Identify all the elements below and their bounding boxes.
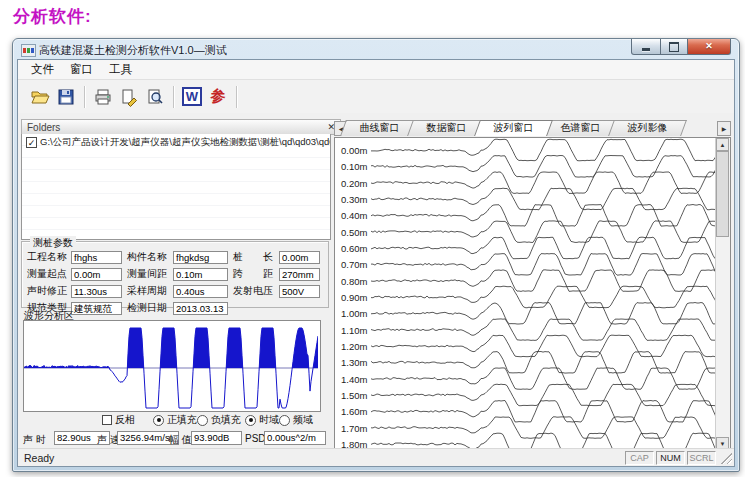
pile-params-grid: 工程名称fhghs构件名称fhgkdsg桩 长0.00m测量起点0.00m测量间…: [22, 242, 328, 315]
export-button[interactable]: [116, 84, 142, 110]
reference-icon: 参: [211, 87, 226, 106]
param-label-r2c0: 声时修正: [27, 284, 71, 298]
depth-label-17: 1.70m: [341, 423, 371, 434]
print-preview-icon: [145, 87, 165, 107]
menu-item-0[interactable]: 文件: [23, 60, 62, 79]
param-field-r2c2[interactable]: 500V: [279, 285, 320, 298]
readout-field-3[interactable]: 0.00us^2/m: [264, 431, 326, 445]
folders-tree: ✓ G:\公司产品设计开发\超声仪器\超声仪实地检测数据\测桩\qd\qd03\…: [21, 134, 331, 240]
freq-domain-radio[interactable]: 频域: [279, 413, 313, 427]
minimize-button[interactable]: [631, 39, 661, 55]
tab-scroll-right-button[interactable]: ▶: [717, 121, 731, 136]
arrow-right-icon: ▶: [722, 125, 727, 132]
window-title: 高铁建混凝土检测分析软件V1.0—测试: [39, 43, 227, 58]
tab-1[interactable]: 数据窗口: [410, 120, 483, 136]
param-label-r1c1: 测量间距: [127, 267, 173, 281]
toolbar-separator: [236, 86, 237, 108]
depth-label-5: 0.50m: [341, 227, 371, 238]
readout-field-2[interactable]: 93.90dB: [191, 431, 242, 445]
fill-positive-radio[interactable]: 正填充: [153, 413, 197, 427]
depth-label-11: 1.10m: [341, 325, 371, 336]
fill-negative-radio[interactable]: 负填充: [197, 413, 241, 427]
param-label-r2c1: 采样周期: [127, 284, 173, 298]
param-field-r1c0[interactable]: 0.00m: [71, 268, 122, 281]
param-field-r3c1[interactable]: 2013.03.13: [173, 302, 228, 315]
depth-label-1: 0.10m: [341, 161, 371, 172]
param-label-r1c0: 测量起点: [27, 267, 71, 281]
waveform-plot-svg: [24, 321, 318, 409]
status-indicator-cap: CAP: [625, 451, 654, 465]
readout-label-3: PSD: [245, 433, 266, 444]
depth-label-15: 1.50m: [341, 390, 371, 401]
param-field-r2c0[interactable]: 11.30us: [71, 285, 122, 298]
app-window: 高铁建混凝土检测分析软件V1.0—测试 ✕ 文件窗口工具: [12, 38, 740, 472]
menubar: 文件窗口工具: [18, 60, 734, 80]
titlebar[interactable]: 高铁建混凝土检测分析软件V1.0—测试 ✕: [13, 39, 739, 59]
tab-3[interactable]: 色谱窗口: [544, 120, 617, 136]
scroll-up-icon: ▲: [720, 142, 726, 148]
readout-label-0: 声 时: [23, 433, 46, 447]
depth-label-2: 0.20m: [341, 178, 371, 189]
menu-item-1[interactable]: 窗口: [62, 60, 101, 79]
status-indicator-num: NUM: [656, 451, 685, 465]
save-icon: [56, 87, 76, 107]
word-report-button[interactable]: W: [179, 84, 205, 110]
reference-button[interactable]: 参: [205, 84, 231, 110]
folder-path-label: G:\公司产品设计开发\超声仪器\超声仪实地检测数据\测桩\qd\qd03\qd…: [40, 136, 331, 149]
close-icon: ✕: [705, 40, 713, 53]
open-folder-button[interactable]: [27, 84, 53, 110]
waveform-options-row: 反相 正填充负填充时域频域: [21, 413, 331, 426]
radio-label: 正填充: [167, 413, 197, 427]
save-button[interactable]: [53, 84, 79, 110]
param-field-r3c0[interactable]: 建筑规范: [71, 302, 122, 315]
pile-params-groupbox: 测桩参数 工程名称fhghs构件名称fhgkdsg桩 长0.00m测量起点0.0…: [21, 241, 329, 308]
print-preview-button[interactable]: [142, 84, 168, 110]
param-field-r1c1[interactable]: 0.10m: [173, 268, 228, 281]
tab-label-2: 波列窗口: [477, 120, 550, 136]
tab-4[interactable]: 波列影像: [611, 120, 684, 136]
param-label-r0c1: 构件名称: [127, 250, 173, 264]
minimize-icon: [642, 48, 650, 51]
resize-grip[interactable]: [719, 451, 732, 464]
scroll-up-button[interactable]: ▲: [716, 138, 729, 151]
depth-label-10: 1.00m: [341, 308, 371, 319]
print-icon: [93, 87, 113, 107]
toolbar: W 参: [18, 80, 734, 114]
radio-icon: [153, 415, 164, 426]
workspace: Folders ✕ ✓ G:\公司产品设计开发\超声仪器\超声仪实地检测数据\测…: [18, 113, 734, 449]
param-label-r3c1: 检测日期: [127, 301, 173, 315]
wave-train-traces: [371, 138, 718, 449]
tab-2[interactable]: 波列窗口: [477, 120, 550, 136]
print-button[interactable]: [90, 84, 116, 110]
param-field-r0c1[interactable]: fhgkdsg: [173, 251, 228, 264]
depth-label-12: 1.20m: [341, 341, 371, 352]
depth-label-7: 0.70m: [341, 259, 371, 270]
param-field-r0c0[interactable]: fhghs: [71, 251, 122, 264]
scrollbar-thumb[interactable]: [716, 151, 729, 237]
pile-params-title: 测桩参数: [30, 236, 76, 250]
maximize-button[interactable]: [660, 39, 688, 55]
menu-item-2[interactable]: 工具: [101, 60, 140, 79]
status-indicator-scrl: SCRL: [687, 451, 716, 465]
tab-0[interactable]: 曲线窗口: [343, 120, 416, 136]
readout-label-2: 幅 值: [169, 433, 192, 447]
param-field-r2c1[interactable]: 0.40us: [173, 285, 228, 298]
folders-pane-header[interactable]: Folders ✕: [21, 119, 341, 135]
param-label-r1c2: 跨 距: [233, 267, 279, 281]
param-label-r2c2: 发射电压: [233, 284, 279, 298]
status-message: Ready: [24, 452, 623, 464]
depth-label-6: 0.60m: [341, 243, 371, 254]
app-icon: [21, 44, 36, 57]
radio-label: 负填充: [211, 413, 241, 427]
close-button[interactable]: ✕: [687, 39, 731, 55]
depth-label-4: 0.40m: [341, 210, 371, 221]
param-field-r0c2[interactable]: 0.00m: [279, 251, 320, 264]
time-domain-radio[interactable]: 时域: [245, 413, 279, 427]
tab-label-0: 曲线窗口: [343, 120, 416, 136]
folder-tree-item[interactable]: ✓ G:\公司产品设计开发\超声仪器\超声仪实地检测数据\测桩\qd\qd03\…: [22, 134, 330, 149]
folder-checkbox[interactable]: ✓: [26, 137, 37, 148]
depth-label-8: 0.80m: [341, 276, 371, 287]
param-field-r1c2[interactable]: 270mm: [279, 268, 320, 281]
vertical-scrollbar[interactable]: ▲ ▼: [715, 138, 730, 449]
toolbar-separator: [84, 86, 85, 108]
